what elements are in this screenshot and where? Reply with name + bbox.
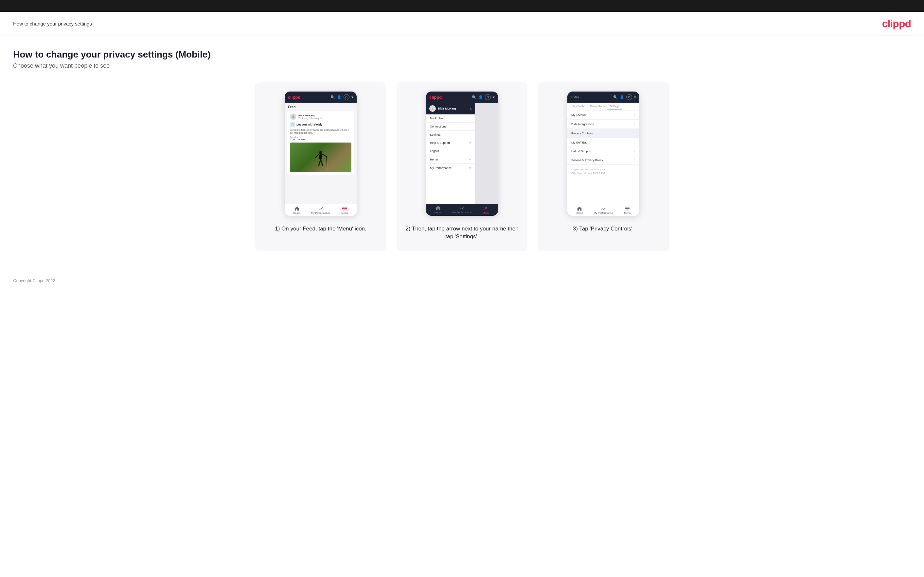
search-icon-2: 🔍 (472, 95, 477, 99)
menu-items-list: My Profile Connections Settings Help & S… (426, 114, 475, 204)
step-2-card: clippd 🔍 👤 ⊙ ▾ (397, 82, 527, 251)
step-2-phone: clippd 🔍 👤 ⊙ ▾ (426, 92, 498, 216)
feed-user-sub: Yesterday · Sunningdale (299, 117, 323, 119)
menu-section-home[interactable]: Home ∨ (426, 155, 475, 164)
menu-user-header: Blair McHarg ∧ (426, 103, 475, 114)
user-icon: 👤 (337, 95, 342, 99)
chevron-icon-2: ▾ (493, 95, 495, 99)
avatar (290, 113, 296, 120)
nav2-performance: My Performance (450, 206, 474, 214)
menu-item-logout[interactable]: Logout (426, 147, 475, 155)
menu-item-profile[interactable]: My Profile (426, 114, 475, 122)
svg-line-4 (321, 160, 323, 165)
svg-line-3 (319, 160, 321, 165)
nav3-home: Home (567, 206, 591, 214)
golfer-figure-svg (314, 151, 327, 172)
svg-point-0 (292, 115, 294, 117)
phone-3-bottombar: Home My Performance Menu (567, 204, 639, 216)
user-icon-2: 👤 (478, 95, 483, 99)
menu-overlay-content: Blair McHarg ∧ My Profile Connections Se… (426, 103, 498, 204)
menu-overlay: Blair McHarg ∧ My Profile Connections Se… (426, 103, 498, 204)
golf-image (290, 143, 351, 172)
svg-line-5 (315, 154, 319, 158)
feed-description: Looking to feel like my hands are exitin… (290, 129, 351, 134)
feed-user-name: Blair McHarg (299, 114, 323, 117)
page-subheading: Choose what you want people to see (13, 63, 911, 69)
step-3-caption: 3) Tap 'Privacy Controls'. (573, 225, 634, 233)
feed-label: Feed (287, 105, 354, 109)
feed-user: Blair McHarg Yesterday · Sunningdale (290, 113, 351, 120)
nav3-menu: Menu (615, 206, 639, 214)
settings-help-support[interactable]: Help & Support ↗ (567, 147, 639, 156)
tab-settings[interactable]: Settings (607, 103, 622, 110)
menu-panel: Blair McHarg ∧ My Profile Connections Se… (426, 103, 475, 204)
phone-3-icons: 🔍 👤 ⊙ ▾ (613, 94, 636, 100)
nav-menu: Menu (333, 206, 357, 214)
back-button[interactable]: ‹ Back (571, 95, 579, 99)
menu-overlay-bg (475, 103, 498, 204)
feed-content: Feed Blair McHarg Yesterday (285, 103, 357, 204)
settings-topbar: ‹ Back 🔍 👤 ⊙ ▾ (567, 92, 639, 103)
footer: Copyright Clippd 2022 (0, 271, 924, 290)
phone-2-topbar: clippd 🔍 👤 ⊙ ▾ (426, 92, 498, 103)
settings-my-golf-bag[interactable]: My Golf Bag › (567, 138, 639, 147)
feed-lesson-row: 📋 Lesson with Fordy (290, 122, 351, 127)
chevron-icon-3: ▾ (634, 95, 636, 99)
settings-data-integrations[interactable]: Data Integrations › (567, 120, 639, 129)
logo: clippd (882, 18, 911, 30)
menu-section-performance[interactable]: My Performance ∨ (426, 164, 475, 172)
nav2-home: Home (426, 206, 450, 214)
svg-rect-2 (319, 154, 322, 160)
step-3-card: ‹ Back 🔍 👤 ⊙ ▾ My Profile Connections Se… (538, 82, 669, 251)
page-heading: How to change your privacy settings (Mob… (13, 49, 911, 60)
top-bar (0, 0, 924, 12)
steps-container: clippd 🔍 👤 ⊙ ▾ Feed (13, 82, 911, 251)
settings-list: My Account › Data Integrations › Privacy… (567, 111, 639, 204)
settings-icon-2: ⊙ (485, 94, 491, 100)
phone-1-bottombar: Home My Performance Menu (285, 204, 357, 216)
search-icon-3: 🔍 (613, 95, 618, 99)
settings-icon-3: ⊙ (626, 94, 632, 100)
settings-version: Clippd Client Version: 2022.8.3-3 GQL Se… (567, 165, 639, 178)
step-1-caption: 1) On your Feed, tap the 'Menu' icon. (275, 225, 367, 233)
settings-icon: ⊙ (344, 94, 349, 100)
svg-rect-14 (625, 210, 630, 211)
tab-connections[interactable]: Connections (588, 103, 607, 110)
menu-item-settings[interactable]: Settings (426, 131, 475, 139)
nav-home: Home (285, 206, 309, 214)
main-content: How to change your privacy settings (Mob… (0, 36, 924, 271)
search-icon: 🔍 (331, 95, 335, 99)
menu-item-help[interactable]: Help & Support ↗ (426, 139, 475, 147)
svg-line-7 (326, 156, 327, 170)
chevron-icon: ▾ (351, 95, 353, 99)
svg-rect-10 (342, 210, 347, 211)
user-icon-3: 👤 (620, 95, 624, 99)
footer-copyright: Copyright Clippd 2022 (13, 278, 55, 283)
menu-item-connections[interactable]: Connections (426, 122, 475, 131)
settings-privacy-controls[interactable]: Privacy Controls › (567, 129, 639, 138)
feed-duration: Duration01 hr : 30 min (290, 136, 351, 140)
step-2-caption: 2) Then, tap the arrow next to your name… (404, 225, 520, 240)
menu-user-name: Blair McHarg (438, 107, 456, 110)
settings-my-account[interactable]: My Account › (567, 111, 639, 120)
svg-line-6 (323, 154, 326, 156)
phone-2-icons: 🔍 👤 ⊙ ▾ (472, 94, 495, 100)
tab-my-profile[interactable]: My Profile (571, 103, 588, 110)
svg-rect-12 (625, 207, 630, 208)
menu-user-left: Blair McHarg (429, 105, 456, 112)
menu-user-chevron: ∧ (470, 107, 472, 111)
phone-1-logo: clippd (288, 95, 300, 100)
menu-avatar (429, 105, 436, 112)
phone-1-topbar: clippd 🔍 👤 ⊙ ▾ (285, 92, 357, 103)
step-1-card: clippd 🔍 👤 ⊙ ▾ Feed (255, 82, 386, 251)
settings-service-privacy[interactable]: Service & Privacy Policy ↗ (567, 156, 639, 165)
nav3-performance: My Performance (591, 206, 615, 214)
nav2-menu-close: ✕ Menu (474, 206, 498, 214)
nav-performance: My Performance (309, 206, 333, 214)
feed-card: Blair McHarg Yesterday · Sunningdale 📋 L… (287, 111, 354, 174)
step-1-phone: clippd 🔍 👤 ⊙ ▾ Feed (285, 92, 357, 216)
svg-rect-9 (342, 208, 347, 209)
svg-point-11 (432, 107, 433, 108)
phone-2-bottombar: Home My Performance ✕ Menu (426, 204, 498, 216)
feed-lesson-title: Lesson with Fordy (296, 123, 323, 126)
